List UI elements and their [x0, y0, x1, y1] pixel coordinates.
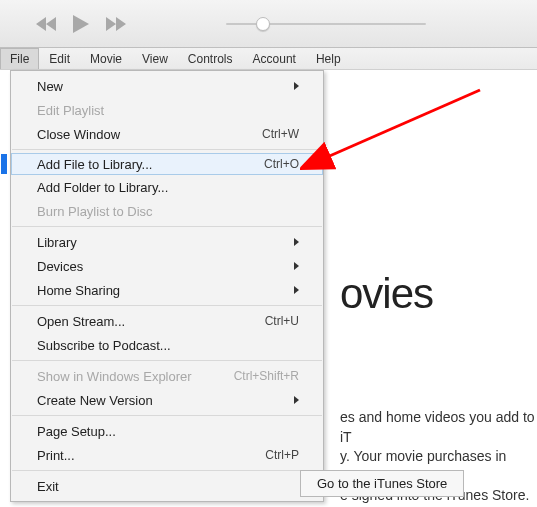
- previous-icon[interactable]: [36, 16, 58, 32]
- progress-thumb[interactable]: [256, 17, 270, 31]
- playback-controls: [36, 14, 126, 34]
- track-area: [126, 23, 525, 25]
- menu-edit[interactable]: Edit: [39, 48, 80, 69]
- next-icon[interactable]: [104, 16, 126, 32]
- player-toolbar: [0, 0, 537, 48]
- content-area: ovies es and home videos you add to iT y…: [0, 70, 537, 507]
- menu-account[interactable]: Account: [243, 48, 306, 69]
- page-title: ovies: [340, 270, 537, 318]
- menu-controls[interactable]: Controls: [178, 48, 243, 69]
- menu-help[interactable]: Help: [306, 48, 351, 69]
- play-icon[interactable]: [72, 14, 90, 34]
- menu-view[interactable]: View: [132, 48, 178, 69]
- progress-slider[interactable]: [226, 23, 426, 25]
- menu-file[interactable]: File: [0, 48, 39, 69]
- go-to-store-button[interactable]: Go to the iTunes Store: [300, 470, 464, 497]
- menu-bar: FileEditMovieViewControlsAccountHelp: [0, 48, 537, 70]
- menu-movie[interactable]: Movie: [80, 48, 132, 69]
